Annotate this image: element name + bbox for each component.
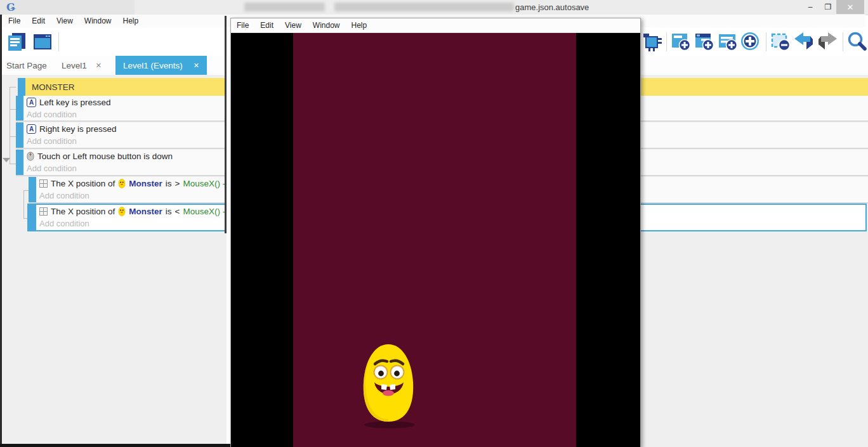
- game-scene-background: [293, 33, 576, 447]
- tab-close-icon[interactable]: ✕: [96, 62, 102, 70]
- menu-window[interactable]: Window: [79, 16, 117, 25]
- menu-edit[interactable]: Edit: [26, 16, 51, 25]
- game-preview-window[interactable]: File Edit View Window Help: [230, 18, 641, 447]
- add-subevent-icon[interactable]: [694, 31, 715, 53]
- tree-line: [23, 190, 29, 191]
- tab-label: Start Page: [6, 61, 47, 70]
- object-name: Monster: [129, 207, 162, 216]
- window-bottom-edge: [0, 444, 230, 447]
- condition-text: Touch or Left mouse button is down: [37, 152, 173, 161]
- preview-menu-file[interactable]: File: [231, 21, 254, 30]
- add-other-icon[interactable]: [739, 31, 761, 53]
- undo-icon[interactable]: [793, 31, 815, 53]
- event-handle[interactable]: [18, 78, 25, 96]
- tab-level1-events[interactable]: Level1 (Events) ✕: [115, 56, 207, 75]
- menu-view[interactable]: View: [51, 16, 79, 25]
- tab-label: Level1 (Events): [123, 61, 183, 70]
- monster-object-icon: [118, 207, 126, 216]
- operator: >: [175, 179, 180, 188]
- window-title: game.json.autosave: [515, 3, 589, 12]
- expression: MouseX() -: [183, 179, 225, 188]
- condition-prefix: The X position of: [51, 207, 115, 216]
- gdevelop-ide: Ǥ game.json.autosave – ❐ ✕ File Edit Vie…: [0, 0, 868, 447]
- toolbar-separator: [666, 32, 667, 51]
- tree-line: [10, 164, 16, 164]
- preview-menu-help[interactable]: Help: [346, 21, 373, 30]
- redo-icon[interactable]: [817, 31, 838, 53]
- close-button[interactable]: ✕: [836, 0, 864, 14]
- window-left-edge: [0, 15, 2, 447]
- title-bar: Ǥ game.json.autosave – ❐ ✕: [0, 0, 868, 15]
- tree-line: [10, 87, 16, 87]
- event-handle[interactable]: [16, 150, 23, 175]
- redacted-path-block: [244, 3, 325, 11]
- tree-line: [10, 109, 16, 110]
- condition-mid: is: [166, 207, 172, 216]
- minimize-button[interactable]: –: [802, 0, 819, 14]
- menu-help[interactable]: Help: [117, 16, 145, 25]
- redacted-path-block: [334, 3, 514, 11]
- keyboard-key-icon: A: [27, 98, 36, 107]
- event-handle[interactable]: [29, 205, 36, 230]
- add-event-icon[interactable]: [670, 31, 692, 53]
- tree-line: [10, 87, 10, 164]
- condition-mid: is: [166, 179, 172, 188]
- event-handle[interactable]: [16, 122, 23, 148]
- comment-text: MONSTER: [25, 82, 75, 92]
- operator: <: [175, 207, 180, 216]
- delete-event-icon[interactable]: [770, 31, 791, 53]
- tab-level1[interactable]: Level1 ✕: [62, 56, 102, 75]
- menu-file[interactable]: File: [3, 16, 26, 25]
- preview-menu-window[interactable]: Window: [307, 21, 346, 30]
- object-name: Monster: [129, 179, 162, 188]
- scene-editor-icon[interactable]: [6, 31, 28, 53]
- event-handle[interactable]: [29, 177, 36, 202]
- preview-menu-edit[interactable]: Edit: [254, 21, 279, 30]
- toolbar-separator: [766, 32, 766, 51]
- event-handle[interactable]: [16, 96, 23, 120]
- tab-label: Level1: [62, 61, 87, 70]
- condition-text: Right key is pressed: [39, 124, 117, 134]
- keyboard-key-icon: A: [27, 124, 36, 134]
- tab-close-icon[interactable]: ✕: [194, 62, 199, 70]
- search-icon[interactable]: [846, 31, 868, 53]
- title-bar-left-segment: [0, 0, 135, 15]
- position-icon: [39, 179, 48, 188]
- mouse-icon: [27, 152, 34, 161]
- preview-window-icon[interactable]: [32, 31, 53, 53]
- game-canvas[interactable]: [231, 33, 640, 447]
- preview-menu-bar: File Edit View Window Help: [231, 18, 640, 33]
- toolbar-separator: [843, 32, 843, 51]
- tree-line: [23, 190, 24, 218]
- debugger-icon[interactable]: [642, 31, 664, 53]
- add-comment-icon[interactable]: [717, 31, 739, 53]
- monster-object-icon: [118, 179, 126, 188]
- collapse-arrow-icon[interactable]: [3, 158, 10, 162]
- tree-line: [10, 136, 16, 137]
- toolbar-separator: [58, 32, 59, 51]
- gdevelop-logo-icon: Ǥ: [6, 1, 19, 13]
- condition-text: Left key is pressed: [39, 98, 111, 107]
- restore-button[interactable]: ❐: [820, 0, 836, 14]
- tab-start-page[interactable]: Start Page: [6, 56, 47, 75]
- monster-sprite: [359, 342, 418, 431]
- position-icon: [39, 207, 48, 216]
- condition-prefix: The X position of: [51, 179, 115, 188]
- preview-menu-view[interactable]: View: [279, 21, 307, 30]
- expression: MouseX() -: [183, 207, 225, 216]
